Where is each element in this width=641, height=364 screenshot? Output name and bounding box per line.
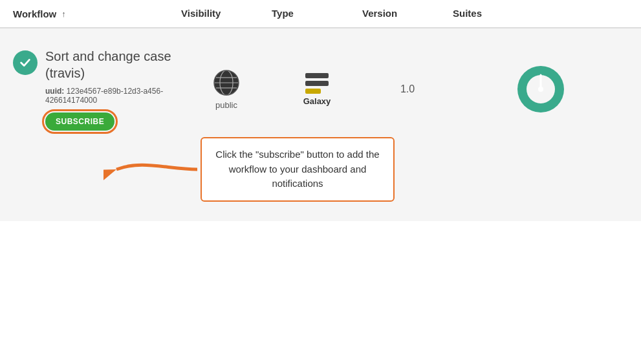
suites-cell [453,63,628,115]
annotation-area: Click the "subscribe" button to add the … [103,137,628,202]
galaxy-bar-3 [305,89,321,94]
visibility-label: public [215,100,237,110]
type-header-label: Type [272,8,294,19]
visibility-header-label: Visibility [181,8,221,19]
version-header-label: Version [362,8,397,19]
svg-point-9 [538,87,543,92]
workflow-uuid: uuid: 123e4567-e89b-12d3-a456-4266141740… [45,87,181,105]
workflow-info: Sort and change case (travis) uuid: 123e… [45,48,181,131]
col-version-header[interactable]: Version [362,8,453,19]
globe-icon [213,69,240,96]
uuid-label: uuid: [45,87,64,96]
workflow-header-label: Workflow [13,8,56,19]
visibility-cell: public [181,69,272,110]
suites-donut-icon [515,63,567,115]
galaxy-bar-2 [305,81,329,86]
table-header: Workflow ↑ Visibility Type Version Suite… [0,0,641,28]
workflow-name: Sort and change case (travis) [45,48,181,81]
sort-arrow-icon: ↑ [61,9,66,19]
tooltip-text: Click the "subscribe" button to add the … [215,149,379,189]
version-cell: 1.0 [362,83,453,95]
subscribe-button[interactable]: SUBSCRIBE [45,112,114,131]
arrow-icon [103,147,201,192]
subscribe-wrapper: SUBSCRIBE [45,112,181,131]
type-label: Galaxy [303,96,331,106]
version-value: 1.0 [400,83,415,94]
galaxy-icon [305,73,329,94]
table-row: Sort and change case (travis) uuid: 123e… [13,48,628,131]
tooltip-box: Click the "subscribe" button to add the … [201,137,395,202]
check-circle-icon [13,50,38,75]
table-body: Sort and change case (travis) uuid: 123e… [0,28,641,221]
galaxy-bar-1 [305,73,329,78]
col-type-header[interactable]: Type [272,8,362,19]
col-workflow-header[interactable]: Workflow ↑ [13,8,181,19]
col-suites-header[interactable]: Suites [453,8,628,19]
workflow-cell: Sort and change case (travis) uuid: 123e… [13,48,181,131]
suites-header-label: Suites [453,8,482,19]
col-visibility-header[interactable]: Visibility [181,8,272,19]
type-cell: Galaxy [272,73,362,106]
